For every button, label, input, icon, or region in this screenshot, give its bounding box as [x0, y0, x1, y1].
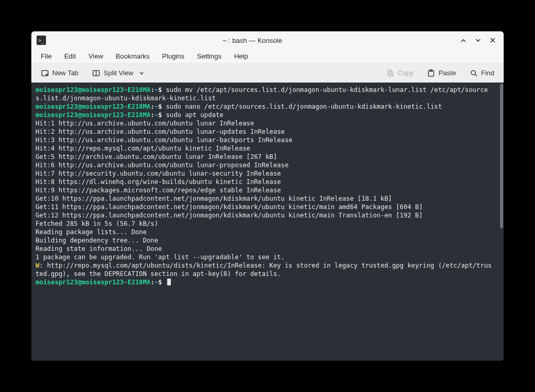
menu-settings[interactable]: Settings	[191, 50, 228, 62]
menu-plugins[interactable]: Plugins	[156, 50, 191, 62]
titlebar: >_ ~ : bash — Konsole	[31, 31, 504, 49]
close-button[interactable]	[487, 34, 498, 46]
paste-icon	[427, 69, 435, 77]
terminal-area: moisespr123@moisespr123-E210MA:~$ sudo m…	[31, 83, 504, 361]
menu-file[interactable]: File	[34, 50, 58, 62]
app-icon-glyph: >_	[38, 38, 44, 43]
terminal-output[interactable]: moisespr123@moisespr123-E210MA:~$ sudo m…	[31, 83, 499, 361]
new-tab-button[interactable]: New Tab	[37, 67, 83, 79]
window-title: ~ : bash — Konsole	[50, 37, 455, 44]
copy-icon	[386, 69, 394, 77]
find-icon	[470, 69, 478, 77]
split-view-icon	[92, 69, 100, 77]
menu-help[interactable]: Help	[228, 50, 254, 62]
copy-button[interactable]: Copy	[382, 67, 417, 79]
paste-label: Paste	[438, 69, 456, 77]
konsole-window: >_ ~ : bash — Konsole File Edit View Boo…	[31, 31, 504, 361]
split-view-button[interactable]: Split View	[88, 67, 150, 79]
paste-button[interactable]: Paste	[423, 67, 460, 79]
menu-view[interactable]: View	[82, 50, 109, 62]
menu-edit[interactable]: Edit	[58, 50, 82, 62]
new-tab-label: New Tab	[52, 69, 78, 77]
menu-bookmarks[interactable]: Bookmarks	[109, 50, 156, 62]
find-button[interactable]: Find	[466, 67, 498, 79]
app-icon: >_	[37, 36, 46, 45]
scrollbar-thumb[interactable]	[500, 84, 503, 228]
split-view-label: Split View	[103, 69, 133, 77]
copy-label: Copy	[398, 69, 413, 77]
toolbar: New Tab Split View Copy Paste	[31, 64, 504, 83]
maximize-button[interactable]	[472, 34, 484, 46]
chevron-down-icon	[137, 69, 146, 77]
svg-point-6	[471, 71, 475, 75]
find-label: Find	[481, 69, 494, 77]
scrollbar[interactable]	[499, 83, 504, 361]
minimize-button[interactable]	[458, 34, 469, 46]
menubar: File Edit View Bookmarks Plugins Setting…	[31, 49, 504, 64]
new-tab-icon	[41, 69, 49, 77]
